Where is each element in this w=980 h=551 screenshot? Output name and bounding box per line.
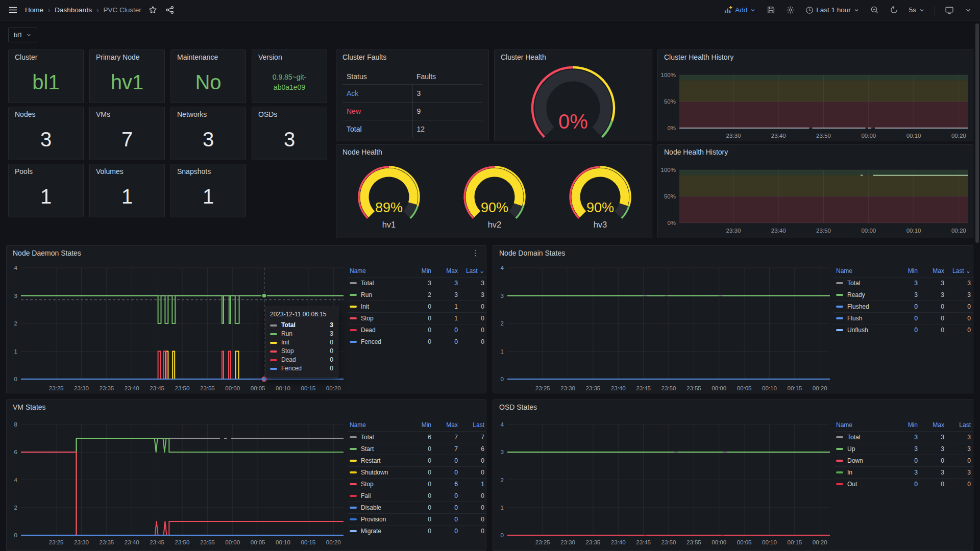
x-axis-tick: 23:40: [611, 385, 626, 391]
add-button[interactable]: Add: [723, 5, 757, 15]
legend-column-max[interactable]: Max: [433, 420, 460, 432]
x-axis-tick: 23:45: [150, 385, 164, 391]
menu-toggle-button[interactable]: [7, 4, 19, 16]
timeseries-plot[interactable]: 0%50%100%23:3023:4023:5000:0000:1000:20: [658, 50, 973, 141]
legend-row[interactable]: Start076: [348, 443, 486, 455]
legend-column-min[interactable]: Min: [407, 266, 433, 278]
share-button[interactable]: [164, 5, 175, 15]
variable-dropdown[interactable]: bl1: [8, 28, 37, 42]
series-color-swatch: [350, 436, 357, 438]
legend-row[interactable]: Total333: [348, 278, 486, 289]
series-color-swatch: [350, 294, 357, 296]
x-axis-tick: 23:45: [636, 539, 651, 545]
legend-row[interactable]: Disable000: [348, 502, 486, 514]
y-axis-tick: 2: [14, 505, 17, 511]
dashboard-settings-button[interactable]: [785, 5, 796, 15]
hover-point: [262, 293, 266, 298]
legend-row[interactable]: Flushed000: [834, 301, 973, 313]
favorite-button[interactable]: [148, 5, 158, 15]
legend-row[interactable]: Shutdown000: [348, 467, 486, 479]
legend-column-name[interactable]: Name: [348, 420, 407, 432]
legend-row[interactable]: Down000: [834, 455, 973, 467]
legend-row[interactable]: Run233: [348, 289, 486, 301]
y-axis-tick: 0: [14, 532, 17, 538]
legend-row[interactable]: Dead000: [348, 324, 486, 336]
breadcrumb-dashboards[interactable]: Dashboards: [55, 6, 92, 14]
tooltip-row: Fenced0: [270, 364, 333, 373]
refresh-icon: [890, 6, 898, 14]
table-column-header[interactable]: Faults: [412, 69, 482, 85]
legend-row[interactable]: Total333: [834, 432, 973, 443]
legend-column-max[interactable]: Max: [920, 266, 946, 278]
nav-more-button[interactable]: [964, 6, 973, 15]
series-color-swatch: [836, 448, 843, 450]
y-axis-tick: 0%: [667, 220, 676, 226]
legend-row[interactable]: Flush000: [834, 313, 973, 324]
y-axis-tick: 4: [14, 265, 18, 271]
series-color-swatch: [836, 436, 843, 438]
legend-column-last[interactable]: Last ⌄: [946, 266, 973, 278]
tooltip-row: Init0: [270, 338, 333, 347]
legend-row[interactable]: Restart000: [348, 455, 486, 467]
legend-row[interactable]: Unflush000: [834, 324, 973, 336]
panel-title: VMs: [90, 107, 164, 121]
chevron-down-icon: [26, 32, 32, 38]
legend-column-min[interactable]: Min: [407, 420, 433, 432]
y-axis-tick: 0%: [667, 125, 676, 131]
legend-row[interactable]: Up333: [834, 443, 973, 455]
zoom-out-button[interactable]: [869, 5, 880, 15]
scrollbar-thumb[interactable]: [975, 23, 979, 243]
tooltip-row: Run3: [270, 330, 333, 338]
x-axis-tick: 23:50: [175, 385, 190, 391]
legend-row[interactable]: Fail000: [348, 490, 486, 502]
legend-row[interactable]: Ready333: [834, 289, 973, 301]
timeseries-plot[interactable]: 0%50%100%23:3023:4023:5000:0000:1000:20: [658, 145, 973, 238]
legend-column-max[interactable]: Max: [433, 266, 460, 278]
legend-column-max[interactable]: Max: [920, 420, 946, 432]
stat-value: 3: [9, 122, 83, 157]
legend-column-last[interactable]: Last: [460, 420, 486, 432]
chevron-down-icon: [919, 7, 925, 13]
gauge-value: 90%: [586, 200, 614, 215]
series-color-swatch: [350, 495, 357, 497]
legend-row[interactable]: Migrate000: [348, 525, 486, 537]
stat-value: 3: [252, 122, 327, 157]
x-axis-tick: 23:30: [726, 133, 741, 139]
legend-column-name[interactable]: Name: [348, 266, 407, 278]
panel-cluster-faults: Cluster FaultsStatusFaultsAck3New9Total1…: [336, 49, 489, 141]
legend-row[interactable]: Stop010: [348, 313, 486, 324]
x-axis-tick: 23:45: [636, 385, 651, 391]
save-dashboard-button[interactable]: [766, 5, 776, 15]
legend-column-min[interactable]: Min: [893, 266, 920, 278]
legend-column-name[interactable]: Name: [834, 266, 893, 278]
panel-cluster-health: Cluster Health0%: [494, 49, 652, 141]
legend-column-min[interactable]: Min: [893, 420, 920, 432]
legend-column-name[interactable]: Name: [834, 420, 893, 432]
legend-row[interactable]: Fenced000: [348, 336, 486, 348]
panel-title: Cluster Faults: [336, 50, 488, 64]
scrollbar[interactable]: [975, 21, 979, 550]
breadcrumb-home[interactable]: Home: [25, 6, 43, 14]
legend-row[interactable]: Init010: [348, 301, 486, 313]
x-axis-tick: 00:10: [762, 385, 777, 391]
legend-row[interactable]: In333: [834, 467, 973, 479]
legend-column-last[interactable]: Last ⌄: [460, 266, 486, 278]
x-axis-tick: 23:50: [662, 385, 676, 391]
zoom-out-icon: [870, 6, 879, 14]
table-column-header[interactable]: Status: [342, 69, 412, 85]
x-axis-tick: 00:10: [906, 133, 921, 139]
legend-column-last[interactable]: Last: [946, 420, 973, 432]
refresh-interval-dropdown[interactable]: 5s: [908, 5, 926, 15]
panel-vm-states: VM States0246823:2523:3023:3523:4023:452…: [6, 399, 486, 551]
refresh-button[interactable]: [889, 5, 899, 15]
legend-row[interactable]: Total333: [834, 278, 973, 289]
legend-row[interactable]: Stop061: [348, 479, 486, 490]
legend-row[interactable]: Total677: [348, 432, 486, 443]
legend-row[interactable]: Out000: [834, 479, 973, 490]
tv-mode-button[interactable]: [944, 5, 955, 15]
panel-title: Node Health: [336, 145, 652, 159]
series-line-stop: [164, 352, 166, 380]
time-range-picker[interactable]: Last 1 hour: [804, 5, 861, 15]
panel-title: Nodes: [9, 107, 83, 121]
legend-row[interactable]: Provision000: [348, 514, 486, 525]
